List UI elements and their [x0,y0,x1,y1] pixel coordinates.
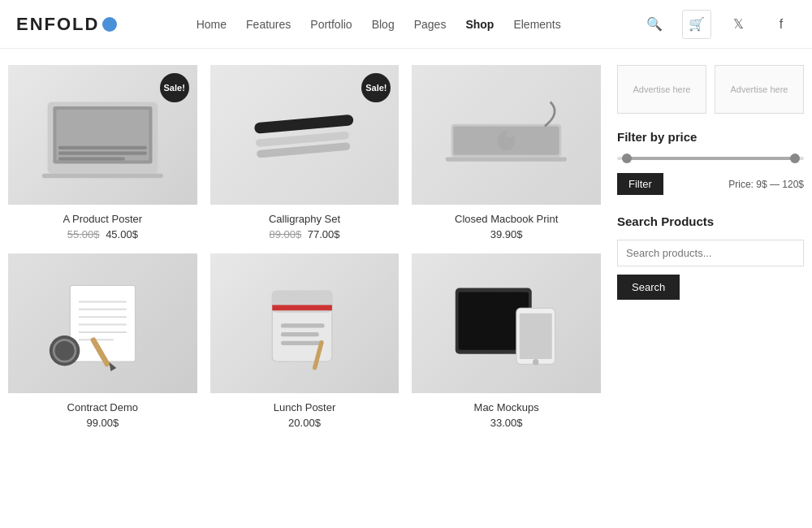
svg-rect-31 [281,341,322,345]
logo-text: ENFOLD [16,14,99,35]
svg-point-37 [533,359,539,366]
advertise-box-1: Advertise here [617,65,706,114]
product-name: Mac Mockups [474,401,539,413]
product-image [412,253,601,393]
product-image-wrap: Sale! [8,65,197,205]
product-name: Lunch Poster [274,401,336,413]
product-card[interactable]: Mac Mockups 33.00$ [412,253,601,429]
nav-blog[interactable]: Blog [372,18,395,31]
cart-icon[interactable]: 🛒 [682,10,711,39]
nav-home[interactable]: Home [197,18,227,31]
svg-rect-3 [42,174,163,178]
new-price: 45.00$ [106,228,138,240]
filter-row: Filter Price: 9$ — 120$ [617,173,804,195]
product-price: 99.00$ [86,417,119,429]
svg-point-13 [507,131,513,137]
product-card[interactable]: Contract Demo 99.00$ [8,253,197,429]
search-title: Search Products [617,214,804,228]
svg-rect-36 [520,314,552,359]
product-image-wrap [412,65,601,205]
product-price: 20.00$ [288,417,321,429]
price-slider-range [627,157,795,160]
svg-rect-15 [70,285,135,361]
svg-rect-14 [446,157,567,161]
search-icon[interactable]: 🔍 [640,10,669,39]
product-card[interactable]: Sale! A Product Poster 55.00$ 45.00$ [8,65,197,240]
nav-shop[interactable]: Shop [465,18,494,31]
product-price: 39.90$ [490,228,523,240]
slider-handle-right[interactable] [790,154,800,163]
svg-rect-4 [58,146,147,149]
advertise-text-1: Advertise here [633,84,691,94]
product-price: 55.00$ 45.00$ [67,228,138,240]
svg-rect-28 [272,305,332,310]
svg-rect-29 [281,323,325,327]
filter-title: Filter by price [617,130,804,144]
svg-rect-6 [58,157,124,160]
main-content: Sale! A Product Poster 55.00$ 45.00$ [8,65,601,429]
product-price: 33.00$ [490,417,523,429]
product-card[interactable]: Lunch Poster 20.00$ [210,253,400,429]
old-price: 55.00$ [67,228,100,240]
product-grid: Sale! A Product Poster 55.00$ 45.00$ [8,65,601,429]
nav-features[interactable]: Features [246,18,291,31]
product-image [210,253,400,393]
advertise-row: Advertise here Advertise here [617,65,804,114]
svg-rect-7 [253,114,353,133]
product-price: 89.00$ 77.00$ [269,228,339,240]
svg-rect-5 [58,151,147,154]
site-header: ENFOLD Home Features Portfolio Blog Page… [0,0,812,49]
product-card[interactable]: Sale! Calligraphy Set 89.00$ 77.00$ [210,65,400,240]
advertise-text-2: Advertise here [731,84,788,94]
product-name: Calligraphy Set [269,213,340,225]
filter-section: Filter by price Filter Price: 9$ — 120$ [617,130,804,195]
product-name: Contract Demo [67,401,138,413]
sidebar: Advertise here Advertise here Filter by … [617,65,804,429]
svg-rect-30 [281,332,319,336]
main-nav: Home Features Portfolio Blog Pages Shop … [197,18,561,31]
product-image-wrap [210,253,400,393]
old-price: 89.00$ [269,228,301,240]
new-price: 77.00$ [308,228,340,240]
slider-handle-left[interactable] [622,154,632,163]
price-label: Price: 9$ — 120$ [728,179,804,190]
twitter-icon[interactable]: 𝕏 [724,10,754,39]
logo-icon [102,17,117,32]
product-image-wrap [8,253,197,393]
site-logo[interactable]: ENFOLD [16,14,117,35]
nav-pages[interactable]: Pages [414,18,447,31]
product-image [8,253,197,393]
header-actions: 🔍 🛒 𝕏 f [640,10,796,39]
price: 20.00$ [288,417,321,429]
search-input[interactable] [617,240,804,266]
nav-portfolio[interactable]: Portfolio [310,18,352,31]
nav-elements[interactable]: Elements [513,18,560,31]
product-image-wrap [412,253,601,393]
sale-badge: Sale! [160,73,189,102]
filter-button[interactable]: Filter [617,173,663,195]
product-image [412,65,601,205]
product-image-wrap: Sale! [210,65,400,205]
page-content: Sale! A Product Poster 55.00$ 45.00$ [0,49,812,445]
product-name: A Product Poster [63,213,143,225]
price: 99.00$ [86,417,119,429]
search-section: Search Products Search [617,214,804,300]
facebook-icon[interactable]: f [767,10,796,39]
product-name: Closed Macbook Print [455,213,558,225]
product-card[interactable]: Closed Macbook Print 39.90$ [412,65,601,240]
search-button[interactable]: Search [617,275,680,300]
price: 39.90$ [490,228,523,240]
price: 33.00$ [490,417,523,429]
price-slider[interactable] [617,157,804,160]
advertise-box-2: Advertise here [715,65,804,114]
